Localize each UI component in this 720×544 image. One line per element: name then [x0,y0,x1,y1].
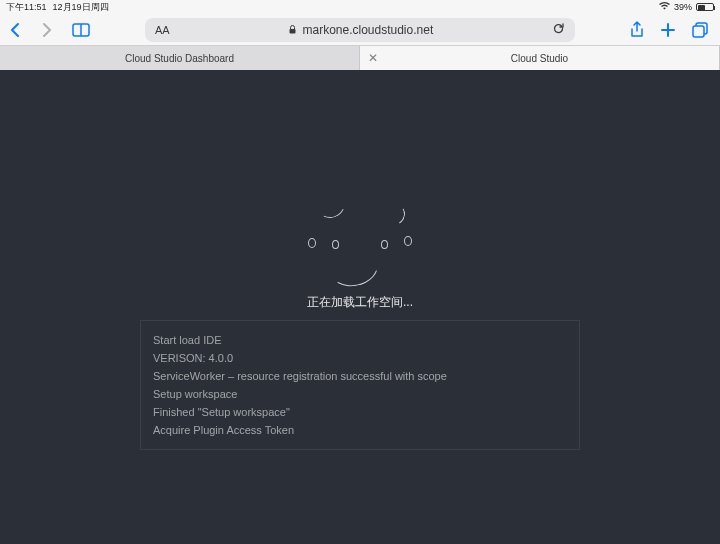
share-button[interactable] [630,21,644,39]
tab-dashboard[interactable]: Cloud Studio Dashboard [0,46,360,70]
status-bar: 下午11:51 12月19日周四 39% [0,0,720,14]
reload-button[interactable] [482,21,565,39]
battery-icon [696,3,714,11]
svg-rect-4 [693,26,704,37]
text-size-button[interactable]: AA [155,24,240,36]
log-line: ServiceWorker – resource registration su… [153,367,567,385]
tabs-button[interactable] [692,22,708,38]
tab-label: Cloud Studio [511,53,568,64]
loading-message: 正在加载工作空间... [307,294,413,311]
bookmarks-button[interactable] [72,23,90,37]
new-tab-button[interactable] [660,22,676,38]
loading-face [290,188,430,298]
log-line: Setup workspace [153,385,567,403]
status-time: 下午11:51 [6,1,47,14]
tab-cloudstudio[interactable]: ✕ Cloud Studio [360,46,720,70]
tab-bar: Cloud Studio Dashboard ✕ Cloud Studio [0,46,720,70]
status-date: 12月19日周四 [53,1,109,14]
log-line: Acquire Plugin Access Token [153,421,567,439]
address-bar[interactable]: AA markone.cloudstudio.net [145,18,575,42]
page-content: 正在加载工作空间... Start load IDE VERISON: 4.0.… [0,70,720,544]
forward-button[interactable] [40,22,54,38]
close-icon[interactable]: ✕ [368,51,378,65]
browser-toolbar: AA markone.cloudstudio.net [0,14,720,46]
address-text: markone.cloudstudio.net [302,23,433,37]
back-button[interactable] [8,22,22,38]
svg-rect-2 [290,29,296,34]
log-line: VERISON: 4.0.0 [153,349,567,367]
log-line: Start load IDE [153,331,567,349]
lock-icon [288,23,297,37]
log-box: Start load IDE VERISON: 4.0.0 ServiceWor… [140,320,580,450]
log-line: Finished "Setup workspace" [153,403,567,421]
wifi-icon [659,2,670,12]
battery-pct: 39% [674,2,692,12]
tab-label: Cloud Studio Dashboard [125,53,234,64]
